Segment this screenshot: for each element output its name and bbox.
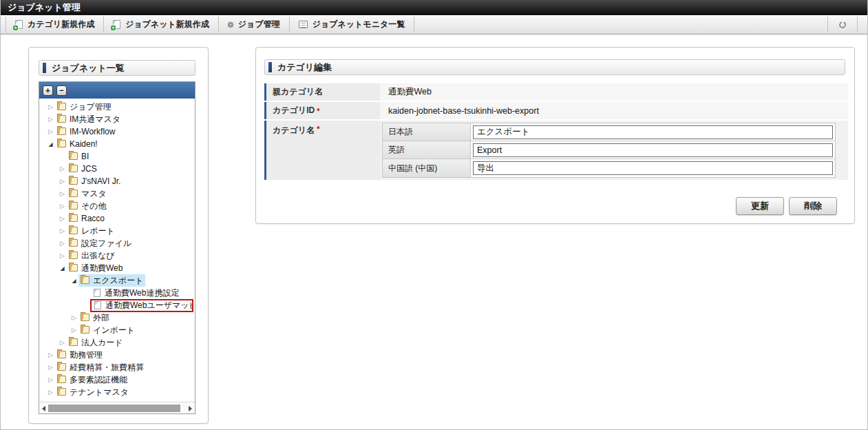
delete-button[interactable]: 削除 xyxy=(789,197,837,215)
tree-node[interactable]: マスタ xyxy=(39,187,195,200)
tree-expander-icon[interactable] xyxy=(46,125,55,138)
tree-expander-icon[interactable] xyxy=(70,311,78,324)
tree-node-label: 経費精算・旅費精算 xyxy=(70,362,144,373)
tree-node[interactable]: 通勤費Web連携設定 xyxy=(39,287,195,299)
tree-node[interactable]: BI xyxy=(39,150,195,163)
tree-node[interactable]: 通勤費Web xyxy=(39,262,195,274)
tree-node[interactable]: 出張なび xyxy=(39,249,195,262)
form-actions: 更新 削除 xyxy=(736,197,837,215)
expand-all-button[interactable]: + xyxy=(43,85,53,96)
tree-node[interactable]: 設定ファイル xyxy=(39,237,195,249)
category-edit-form: 親カテゴリ名 通勤費Web カテゴリID * kaiden-jobnet-bas… xyxy=(264,83,848,181)
folder-icon xyxy=(69,177,78,185)
required-mark: * xyxy=(317,125,319,133)
tree-node[interactable]: レポート xyxy=(39,225,195,237)
parent-category-label: 親カテゴリ名 xyxy=(264,83,380,101)
document-add-icon xyxy=(15,20,23,29)
tree-expander-icon[interactable] xyxy=(58,237,67,249)
tree-expander-icon[interactable] xyxy=(58,225,67,237)
category-name-value-area: 日本語 英語 中国語 (中国) xyxy=(380,121,848,180)
form-row: 親カテゴリ名 通勤費Web xyxy=(264,83,848,101)
tree-node[interactable]: 経費精算・旅費精算 xyxy=(39,361,195,373)
category-name-label: カテゴリ名 * xyxy=(264,121,380,180)
scrollbar-thumb[interactable] xyxy=(48,405,180,412)
tree-node-label: エクスポート xyxy=(93,275,143,287)
refresh-icon xyxy=(838,20,847,29)
tree-expander-icon[interactable] xyxy=(58,262,67,275)
tree-node-label: マスタ xyxy=(81,188,107,200)
tree-expander-icon[interactable] xyxy=(46,101,55,113)
create-jobnet-button[interactable]: ジョブネット新規作成 xyxy=(104,15,218,34)
tree-node[interactable]: ジョブ管理 xyxy=(39,101,195,113)
folder-icon xyxy=(69,152,78,160)
tree-node[interactable]: 多要素認証機能 xyxy=(39,373,195,386)
tree-node[interactable]: JCS xyxy=(39,163,195,175)
tree-expander-icon[interactable] xyxy=(46,349,55,361)
update-button[interactable]: 更新 xyxy=(736,197,784,215)
horizontal-scrollbar[interactable] xyxy=(39,402,195,413)
tree-expander-icon[interactable] xyxy=(46,361,55,373)
scroll-left-arrow-icon[interactable] xyxy=(42,406,45,411)
required-mark: * xyxy=(317,107,319,115)
tree-expander-icon[interactable] xyxy=(70,324,78,336)
collapse-all-button[interactable]: − xyxy=(56,85,67,96)
toolbar-pad xyxy=(858,15,867,34)
tree-node[interactable]: 法人カード xyxy=(39,336,195,349)
category-name-input-english[interactable] xyxy=(473,143,833,157)
tree-node-highlighted[interactable]: 通勤費Webユーザマッピング xyxy=(90,299,193,312)
lang-label-japanese: 日本語 xyxy=(383,123,471,141)
tree-expander-icon[interactable] xyxy=(46,373,55,386)
gear-icon xyxy=(228,22,233,28)
tree-node[interactable]: Kaiden! xyxy=(39,138,195,150)
category-name-input-chinese[interactable] xyxy=(473,161,833,175)
tree-node[interactable]: J'sNAVI Jr. xyxy=(39,175,195,187)
tree-node[interactable]: IM共通マスタ xyxy=(39,113,195,125)
form-row: カテゴリID * kaiden-jobnet-base-tsukinhi-web… xyxy=(264,102,848,119)
toolbar-button-label: ジョブネット新規作成 xyxy=(125,19,209,30)
tree-node-selected[interactable]: エクスポート xyxy=(78,274,145,287)
toolbar-button-label: ジョブネットモニタ一覧 xyxy=(313,19,405,30)
tree-node[interactable]: Racco xyxy=(39,212,195,225)
tree-node[interactable]: エクスポート xyxy=(39,274,195,287)
folder-icon xyxy=(69,252,78,259)
tree-node-label: 出張なび xyxy=(81,250,115,262)
tree-node-label: 通勤費Webユーザマッピング xyxy=(105,300,193,311)
refresh-button[interactable] xyxy=(828,15,857,34)
tree-node[interactable]: その他 xyxy=(39,200,195,212)
category-edit-panel: カテゴリ編集 親カテゴリ名 通勤費Web カテゴリID * kaiden-job… xyxy=(255,47,855,224)
tree-expander-icon[interactable] xyxy=(58,200,67,212)
tree-node-label: IM-Workflow xyxy=(70,127,115,136)
tree-expander-icon[interactable] xyxy=(58,212,67,225)
tree-expander-icon[interactable] xyxy=(58,163,67,175)
tree-node[interactable]: テナントマスタ xyxy=(39,386,195,398)
tree-expander-icon[interactable] xyxy=(58,175,67,187)
job-management-button[interactable]: ジョブ管理 xyxy=(219,15,289,34)
tree-node[interactable]: インポート xyxy=(39,324,195,336)
jobnet-monitor-list-button[interactable]: ジョブネットモニタ一覧 xyxy=(290,15,414,34)
create-category-button[interactable]: カテゴリ新規作成 xyxy=(6,15,103,34)
lang-label-english: 英語 xyxy=(383,141,471,158)
folder-icon xyxy=(81,326,89,334)
tree-expander-icon[interactable] xyxy=(70,274,78,287)
category-id-value: kaiden-jobnet-base-tsukinhi-web-export xyxy=(380,102,848,119)
tree-node[interactable]: 外部 xyxy=(39,311,195,324)
tree-node[interactable]: 勤務管理 xyxy=(39,349,195,361)
table-row: 日本語 xyxy=(383,123,835,141)
tree-expander-icon[interactable] xyxy=(46,113,55,125)
scroll-right-arrow-icon[interactable] xyxy=(189,406,192,411)
tree-expander-icon[interactable] xyxy=(58,336,67,349)
tree-node[interactable]: 通勤費Webユーザマッピング xyxy=(39,299,195,311)
table-row: 中国語 (中国) xyxy=(383,159,835,177)
input-cell xyxy=(471,141,835,158)
tree-expander-icon[interactable] xyxy=(58,249,67,262)
tree-node-label: インポート xyxy=(93,325,135,336)
tree-expander-icon[interactable] xyxy=(46,386,55,398)
folder-icon xyxy=(69,239,78,247)
folder-icon xyxy=(69,264,78,272)
tree-expander-icon[interactable] xyxy=(46,138,55,151)
folder-icon xyxy=(69,165,78,172)
tree-node[interactable]: IM-Workflow xyxy=(39,125,195,138)
tree-expander-icon[interactable] xyxy=(58,187,67,200)
document-icon xyxy=(94,289,100,297)
category-name-input-japanese[interactable] xyxy=(473,125,833,139)
